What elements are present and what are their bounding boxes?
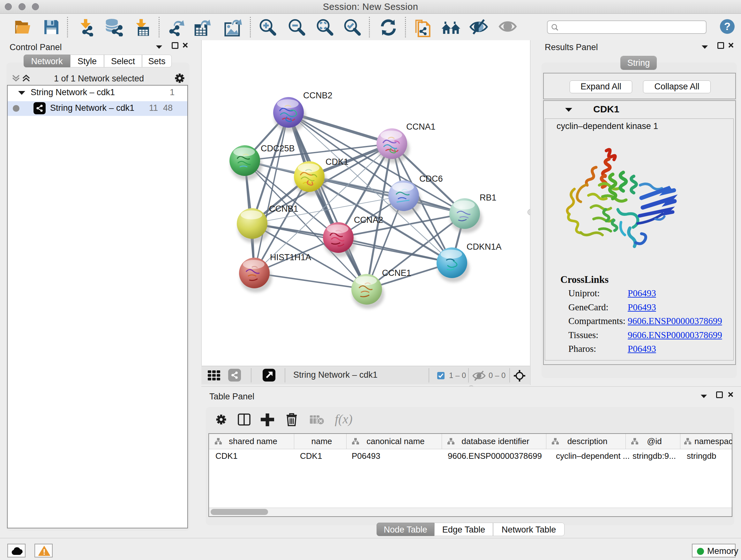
- svg-text:CCNA2: CCNA2: [354, 215, 383, 225]
- svg-text:CCNB1: CCNB1: [269, 204, 298, 213]
- svg-text:CDKN1A: CDKN1A: [467, 242, 502, 252]
- svg-text:RB1: RB1: [480, 193, 496, 202]
- svg-text:CCNB2: CCNB2: [303, 91, 333, 100]
- svg-text:CCNE1: CCNE1: [382, 268, 411, 278]
- svg-text:CDK1: CDK1: [326, 157, 348, 167]
- svg-text:CDC25B: CDC25B: [261, 144, 295, 153]
- svg-text:CCNA1: CCNA1: [406, 122, 435, 132]
- svg-text:HIST1H1A: HIST1H1A: [270, 253, 311, 262]
- svg-text:CDC6: CDC6: [419, 174, 443, 184]
